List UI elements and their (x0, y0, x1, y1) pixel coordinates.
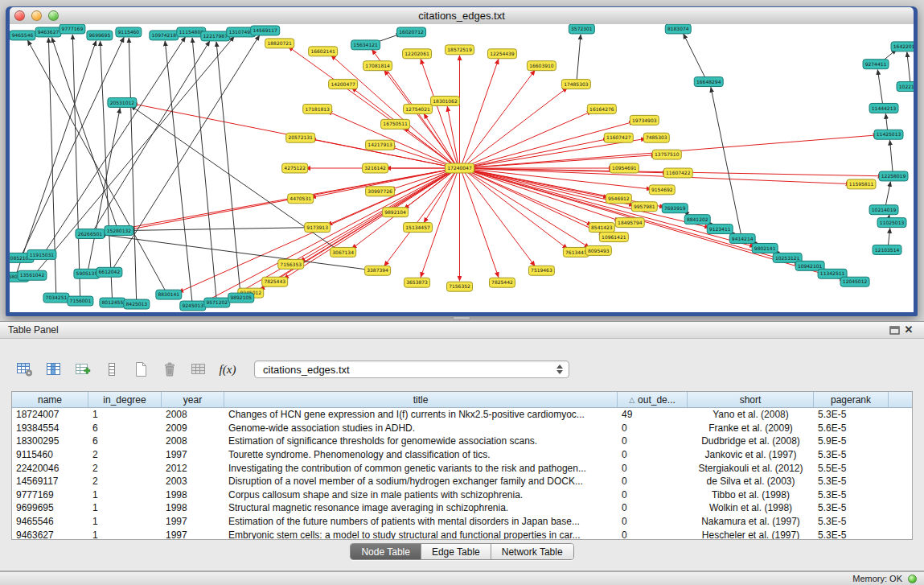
graph-node[interactable]: 20572131 (286, 133, 315, 142)
graph-node[interactable]: 17081814 (363, 61, 392, 71)
graph-node[interactable]: 8095493 (585, 245, 611, 255)
graph-node[interactable]: 14569117 (251, 26, 280, 35)
graph-node[interactable]: 18301062 (431, 97, 460, 106)
column-header-in_degree[interactable]: in_degree (88, 392, 162, 407)
close-window-button[interactable] (14, 10, 25, 21)
graph-node[interactable]: 9465546 (10, 31, 35, 40)
new-column-icon[interactable] (72, 360, 93, 379)
graph-node[interactable]: 18572519 (446, 45, 474, 55)
graph-node[interactable]: 11444213 (869, 103, 898, 113)
graph-node[interactable]: 12217987 (201, 31, 230, 41)
graph-node[interactable]: 18495794 (615, 218, 644, 228)
column-header-name[interactable]: name (12, 392, 88, 407)
graph-node[interactable]: 10214019 (869, 205, 898, 215)
graph-node[interactable]: 26266501 (76, 229, 105, 239)
float-panel-icon[interactable] (887, 323, 901, 336)
table-row[interactable]: 977716911998Corpus callosum shape and si… (12, 488, 912, 502)
graph-node[interactable]: 19734903 (630, 115, 659, 125)
graph-node[interactable]: 7519463 (528, 266, 554, 275)
graph-node[interactable]: 11595811 (847, 179, 876, 189)
graph-node[interactable]: 9546912 (606, 194, 631, 204)
graph-node[interactable]: 30997726 (366, 187, 395, 196)
table-row[interactable]: 1830029562008Estimation of significance … (12, 435, 912, 448)
graph-node[interactable]: 12045012 (840, 277, 869, 286)
graph-node[interactable]: 9571202 (204, 298, 230, 307)
graph-node[interactable]: 7485303 (643, 133, 669, 142)
memory-status-indicator[interactable] (908, 575, 917, 583)
graph-node[interactable]: 8183074 (665, 24, 691, 34)
tab-network-table[interactable]: Network Table (491, 544, 573, 559)
graph-node[interactable]: 13561042 (18, 270, 47, 280)
graph-node[interactable]: 12258019 (879, 171, 908, 181)
graph-node[interactable]: 9274411 (863, 60, 889, 69)
table-row[interactable]: 1872400712008Changes of HCN gene express… (12, 408, 912, 422)
graph-node[interactable]: 12103514 (873, 245, 901, 254)
panel-splitter-handle[interactable] (453, 316, 470, 320)
graph-node[interactable]: 4470531 (288, 194, 314, 204)
table-row[interactable]: 946362711997Embryonic stem cells: a mode… (12, 528, 912, 540)
graph-node[interactable]: 10961421 (599, 233, 628, 242)
graph-node[interactable]: 9892105 (228, 293, 254, 303)
network-window[interactable]: citations_edges.txt 17240047166039101225… (6, 6, 918, 316)
graph-node[interactable]: 3653873 (405, 278, 430, 287)
window-titlebar[interactable]: citations_edges.txt (10, 7, 914, 25)
graph-node[interactable]: 10954691 (610, 163, 639, 173)
graph-node[interactable]: 11607422 (663, 168, 692, 178)
graph-node[interactable]: 13757510 (652, 150, 681, 159)
column-header-pagerank[interactable]: pagerank (814, 392, 889, 407)
table-selector-dropdown[interactable]: citations_edges.txt (254, 360, 569, 378)
graph-node[interactable]: 9245013 (180, 301, 206, 311)
new-table-icon[interactable] (130, 360, 151, 379)
graph-node[interactable]: 7156001 (68, 296, 93, 306)
graph-node[interactable]: 16020712 (397, 27, 426, 37)
minimize-window-button[interactable] (31, 10, 42, 21)
column-header-year[interactable]: year (162, 392, 224, 407)
graph-node[interactable]: 9414214 (729, 234, 755, 244)
graph-node[interactable]: 15134457 (404, 223, 433, 233)
graph-node[interactable]: 5905135 (74, 269, 100, 278)
graph-node[interactable]: 20531012 (108, 97, 137, 107)
graph-node[interactable]: 11607427 (604, 133, 633, 142)
graph-node[interactable]: 9957981 (631, 202, 657, 212)
graph-node[interactable]: 7613447 (563, 247, 589, 257)
graph-node[interactable]: 8012455 (100, 298, 125, 307)
graph-node[interactable]: 16603910 (527, 61, 556, 71)
graph-node[interactable]: 12202061 (403, 49, 432, 59)
graph-node[interactable]: 9463627 (35, 27, 61, 37)
graph-node[interactable]: 15634121 (351, 40, 380, 50)
graph-node[interactable]: 8425013 (124, 299, 150, 309)
graph-node[interactable]: 4275122 (282, 163, 308, 173)
graph-node[interactable]: 9115460 (116, 27, 142, 37)
network-canvas-svg[interactable]: 1724004716603910122544391857251912202061… (10, 24, 914, 312)
graph-node[interactable]: 7825443 (262, 277, 288, 286)
graph-node[interactable]: 12754021 (404, 104, 433, 113)
graph-node[interactable]: 8541423 (589, 223, 614, 233)
graph-node[interactable]: 9173913 (305, 223, 331, 233)
graph-node[interactable]: 12254439 (487, 49, 516, 59)
graph-node[interactable]: 16422013 (891, 42, 914, 51)
graph-node[interactable]: 3216142 (363, 163, 388, 173)
graph-node[interactable]: 11425013 (874, 130, 903, 139)
graph-node[interactable]: 8841202 (684, 215, 710, 225)
graph-node[interactable]: 7156353 (278, 259, 304, 269)
graph-node[interactable]: 7156352 (447, 282, 473, 291)
table-row[interactable]: 1456911722003Disruption of a novel membe… (12, 475, 912, 488)
graph-node[interactable]: 17485303 (561, 80, 590, 89)
column-header-title[interactable]: title (224, 392, 618, 407)
graph-node[interactable]: 11915031 (27, 249, 56, 259)
graph-node[interactable]: 10221413 (897, 82, 914, 92)
graph-node[interactable]: 9123411 (707, 225, 733, 234)
graph-node[interactable]: 10974218 (150, 31, 179, 40)
graph-node[interactable]: 7825442 (489, 278, 515, 287)
graph-node[interactable]: 9892104 (383, 208, 409, 217)
graph-node[interactable]: 9802141 (752, 243, 778, 253)
column-header-short[interactable]: short (688, 392, 814, 407)
table-row[interactable]: 911546021997Tourette syndrome. Phenomeno… (12, 448, 912, 462)
graph-node[interactable]: 3067134 (331, 247, 356, 257)
table-row[interactable]: 969969511998Structural magnetic resonanc… (12, 501, 912, 515)
graph-node[interactable]: 14200477 (329, 80, 358, 89)
close-panel-icon[interactable]: ✕ (901, 323, 916, 336)
table-mode-icon[interactable] (14, 360, 35, 379)
graph-node[interactable]: 3387394 (365, 266, 391, 275)
graph-node[interactable]: 15280132 (105, 226, 133, 236)
